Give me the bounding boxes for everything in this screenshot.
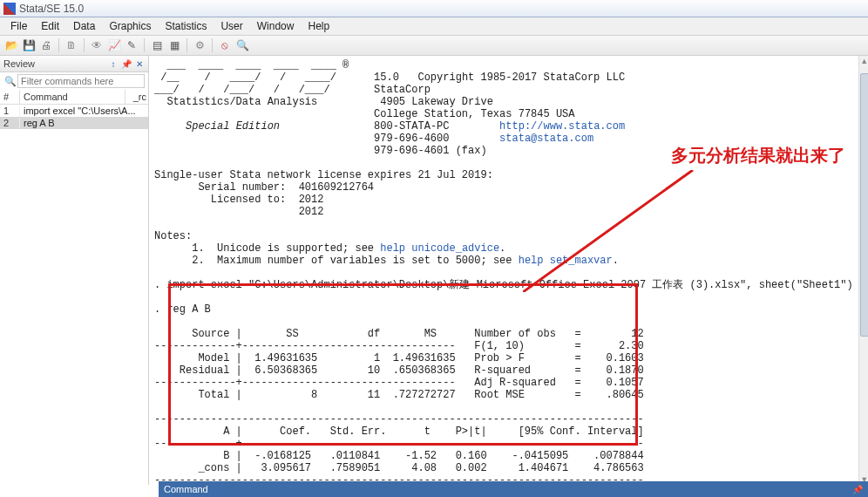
menu-edit[interactable]: Edit <box>34 18 66 34</box>
menu-data[interactable]: Data <box>66 18 102 34</box>
review-pin-icon[interactable]: 📌 <box>121 59 132 70</box>
open-icon[interactable]: 📂 <box>3 37 19 53</box>
stata-url[interactable]: http://www.stata.com <box>499 120 625 133</box>
menu-graphics[interactable]: Graphics <box>102 18 158 34</box>
save-icon[interactable]: 💾 <box>21 37 37 53</box>
log-icon[interactable]: 🗎 <box>64 37 79 53</box>
review-row-num: 1 <box>0 106 20 116</box>
variables-manager-icon[interactable]: ⚙ <box>192 37 207 53</box>
graph-icon[interactable]: 📈 <box>106 37 122 53</box>
search-help-icon[interactable]: 🔍 <box>234 37 250 53</box>
menu-window[interactable]: Window <box>250 18 302 34</box>
command-label: Command <box>164 484 208 494</box>
annotation-text: 多元分析结果就出来了 <box>671 144 845 167</box>
review-row-num: 2 <box>0 118 20 128</box>
command-pin-icon[interactable]: 📌 <box>852 485 863 494</box>
print-icon[interactable]: 🖨 <box>38 37 54 53</box>
menu-bar: File Edit Data Graphics Statistics User … <box>0 17 868 36</box>
break-icon[interactable]: ⦸ <box>217 37 233 53</box>
review-pane: Review ↕ 📌 ✕ 🔍 # Command _rc 1 import ex… <box>0 56 149 485</box>
results-scrollbar[interactable]: ▲ ▼ <box>858 56 868 485</box>
review-list: 1 import excel "C:\Users\A... 2 reg A B <box>0 105 148 485</box>
menu-file[interactable]: File <box>3 18 34 34</box>
help-unicode-link[interactable]: help unicode_advice <box>380 242 499 255</box>
review-row-cmd: import excel "C:\Users\A... <box>20 106 148 116</box>
data-browser-icon[interactable]: ▦ <box>166 37 182 53</box>
review-filter-input[interactable] <box>17 74 145 88</box>
search-icon[interactable]: 🔍 <box>3 74 17 88</box>
review-col-num[interactable]: # <box>0 90 20 104</box>
review-columns: # Command _rc <box>0 90 148 105</box>
scroll-up-icon[interactable]: ▲ <box>859 56 868 66</box>
review-title: Review <box>3 58 35 69</box>
command-bar[interactable]: Command 📌 <box>159 481 868 497</box>
review-header: Review ↕ 📌 ✕ <box>0 56 148 72</box>
data-editor-icon[interactable]: ▤ <box>149 37 165 53</box>
results-pane: ___ ____ ____ ____ ____ ® /__ / ____/ / … <box>149 56 868 485</box>
menu-statistics[interactable]: Statistics <box>158 18 214 34</box>
review-row[interactable]: 2 reg A B <box>0 117 148 129</box>
review-close-icon[interactable]: ✕ <box>134 59 145 70</box>
review-col-rc[interactable]: _rc <box>125 90 148 104</box>
app-icon <box>3 3 16 15</box>
stata-email[interactable]: stata@stata.com <box>499 133 593 145</box>
scroll-thumb[interactable] <box>860 73 868 337</box>
title-bar: Stata/SE 15.0 <box>0 0 868 17</box>
review-row[interactable]: 1 import excel "C:\Users\A... <box>0 105 148 117</box>
do-editor-icon[interactable]: ✎ <box>124 37 139 53</box>
help-maxvar-link[interactable]: help set_maxvar <box>519 255 613 267</box>
menu-help[interactable]: Help <box>301 18 336 34</box>
review-row-cmd: reg A B <box>20 118 148 128</box>
window-title: Stata/SE 15.0 <box>19 3 84 15</box>
viewer-icon[interactable]: 👁 <box>89 37 105 53</box>
toolbar: 📂 💾 🖨 🗎 👁 📈 ✎ ▤ ▦ ⚙ ⦸ 🔍 <box>0 36 868 56</box>
menu-user[interactable]: User <box>214 18 249 34</box>
results-text[interactable]: ___ ____ ____ ____ ____ ® /__ / ____/ / … <box>149 56 858 485</box>
review-col-command[interactable]: Command <box>20 90 125 104</box>
review-filter-row: 🔍 <box>0 72 148 90</box>
review-hide-icon[interactable]: ↕ <box>108 59 119 70</box>
